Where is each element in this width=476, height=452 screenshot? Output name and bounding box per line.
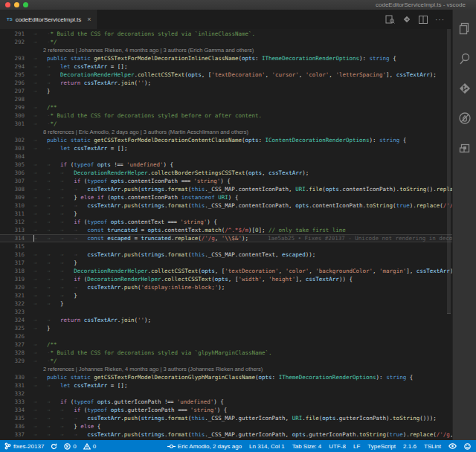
- language-text: TypeScript: [367, 443, 396, 450]
- tab-whitespace-marker: →: [47, 422, 60, 430]
- code-line[interactable]: 294→→let cssTextArr = [];: [0, 62, 452, 71]
- code-text: →→if (typeof opts.gutterIconPath !== 'un…: [33, 398, 452, 406]
- code-line[interactable]: 329→·*/: [0, 357, 452, 365]
- code-line[interactable]: 334→→→if (typeof opts.gutterIconPath ===…: [0, 406, 452, 414]
- code-line[interactable]: 293→public static getCSSTextForModelDeco…: [0, 54, 452, 62]
- feedback-button[interactable]: [464, 443, 471, 450]
- tab-codeeditorserviceimpl[interactable]: TS codeEditorServiceImpl.ts ×: [0, 10, 98, 29]
- code-line[interactable]: 295→→DecorationRenderHelper.collectCSSTe…: [0, 71, 452, 79]
- code-line[interactable]: 313→→→→const truncated = opts.contentTex…: [0, 226, 452, 234]
- code-text: →→→}: [33, 210, 452, 218]
- code-line[interactable]: 324→→return cssTextArr.join('');: [0, 316, 452, 324]
- code-line[interactable]: 302→public static getCSSTextForModelDeco…: [0, 136, 452, 144]
- code-line[interactable]: 332: [0, 390, 452, 398]
- language-status[interactable]: TypeScript: [367, 443, 396, 450]
- code-line[interactable]: 322→→}: [0, 300, 452, 308]
- preview-toggle-status[interactable]: [448, 443, 457, 449]
- code-line[interactable]: 325→}: [0, 324, 452, 332]
- code-line[interactable]: 304: [0, 152, 452, 161]
- code-line[interactable]: 335→→→→cssTextArr.push(strings.format(th…: [0, 414, 452, 422]
- branch-name: fixes-20137: [13, 443, 44, 450]
- activity-source-control-button[interactable]: [453, 74, 476, 103]
- open-changes-button[interactable]: [402, 15, 411, 24]
- code-line[interactable]: 327→/**: [0, 340, 452, 349]
- git-branch-status[interactable]: fixes-20137: [4, 442, 44, 450]
- code-line[interactable]: 333→→if (typeof opts.gutterIconPath !== …: [0, 398, 452, 406]
- errors-status[interactable]: 0: [64, 443, 76, 450]
- code-line[interactable]: 315: [0, 242, 452, 251]
- warnings-status[interactable]: 0: [83, 443, 96, 450]
- code-line[interactable]: 300→·* Build the CSS for decorations sty…: [0, 112, 452, 120]
- code-line[interactable]: 317→→→}: [0, 259, 452, 267]
- codelens-row[interactable]: 2 references | Johannes Rieken, 4 months…: [0, 46, 452, 54]
- activity-extensions-button[interactable]: [453, 133, 476, 163]
- zoom-window-button[interactable]: [23, 2, 28, 7]
- code-line[interactable]: 320→→→→cssTextArr.push('display:inline-b…: [0, 283, 452, 291]
- code-line[interactable]: 319→→→if (DecorationRenderHelper.collect…: [0, 275, 452, 283]
- tab-close-icon[interactable]: ×: [87, 16, 91, 23]
- code-line[interactable]: 298: [0, 95, 452, 103]
- code-line[interactable]: 297→}: [0, 87, 452, 95]
- encoding-status[interactable]: UTF-8: [329, 443, 346, 450]
- code-line[interactable]: 292→·*/: [0, 38, 452, 46]
- code-line[interactable]: 316→→→→cssTextArr.push(strings.format(th…: [0, 251, 452, 259]
- activity-debug-button[interactable]: [453, 103, 476, 133]
- tab-whitespace-marker: →: [60, 430, 74, 439]
- code-line[interactable]: 291→·* Build the CSS for decorations sty…: [0, 30, 452, 38]
- code-line[interactable]: 306→→→DecorationRenderHelper.collectBord…: [0, 169, 452, 177]
- code-line[interactable]: 299→/**: [0, 103, 452, 112]
- code-line[interactable]: 314→→→→const escaped = truncated.replace…: [0, 234, 452, 242]
- code-line[interactable]: 337→→→→cssTextArr.push(strings.format(th…: [0, 430, 452, 439]
- minimize-window-button[interactable]: [14, 2, 19, 7]
- code-line[interactable]: 301→·*/: [0, 120, 452, 128]
- code-line[interactable]: 321→→→}: [0, 291, 452, 300]
- code-line[interactable]: 318→→→DecorationRenderHelper.collectCSST…: [0, 267, 452, 275]
- tab-whitespace-marker: →: [33, 283, 47, 291]
- more-actions-button[interactable]: ···: [435, 16, 445, 24]
- tab-whitespace-marker: →: [47, 398, 60, 406]
- code-text: →→→→cssTextArr.push(strings.format(this.…: [33, 251, 452, 259]
- tab-size-status[interactable]: Tab Size: 4: [292, 443, 322, 450]
- code-line[interactable]: 331→→let cssTextArr = [];: [0, 381, 452, 390]
- code-text: →→→} else if (opts.contentIconPath insta…: [33, 193, 452, 201]
- sync-button[interactable]: [51, 443, 57, 450]
- activity-search-button[interactable]: [453, 44, 476, 74]
- code-line[interactable]: 311→→→}: [0, 210, 452, 218]
- cursor-position-status[interactable]: Ln 314, Col 1: [249, 443, 285, 450]
- codelens-row[interactable]: 2 references | Johannes Rieken, 4 months…: [0, 365, 452, 373]
- code-line[interactable]: 326: [0, 332, 452, 340]
- tab-whitespace-marker: →: [60, 185, 74, 193]
- code-line[interactable]: 328→·* Build the CSS for decorations sty…: [0, 349, 452, 357]
- open-preview-button[interactable]: [385, 15, 395, 24]
- tab-whitespace-marker: →: [47, 251, 60, 259]
- code-text: →→→→cssTextArr.push(strings.format(this.…: [33, 201, 452, 210]
- tab-whitespace-marker: →: [47, 161, 60, 169]
- code-line[interactable]: 309→→→} else if (opts.contentIconPath in…: [0, 193, 452, 201]
- tslint-status[interactable]: TSLint: [424, 443, 441, 450]
- codelens-row[interactable]: 8 references | Eric Amodio, 2 days ago |…: [0, 128, 452, 136]
- code-line[interactable]: 303→→let cssTextArr = [];: [0, 144, 452, 152]
- code-line[interactable]: 336→→→} else {: [0, 422, 452, 430]
- line-number: 298: [0, 95, 25, 103]
- code-line[interactable]: 330→public static getCSSTextForModelDeco…: [0, 373, 452, 381]
- tab-whitespace-marker: →: [60, 234, 74, 242]
- vertical-scrollbar[interactable]: [447, 29, 451, 314]
- code-line[interactable]: 296→→return cssTextArr.join('');: [0, 79, 452, 87]
- tab-size-text: Tab Size: 4: [292, 443, 322, 450]
- eol-status[interactable]: LF: [353, 443, 360, 450]
- code-line[interactable]: 307→→→if (typeof opts.contentIconPath ==…: [0, 177, 452, 185]
- tab-whitespace-marker: →: [47, 144, 60, 152]
- line-number: 322: [0, 300, 25, 308]
- blame-status[interactable]: Eric Amodio, 2 days ago: [167, 443, 242, 450]
- ts-version-status[interactable]: 2.1.6: [403, 443, 416, 450]
- code-line[interactable]: 323: [0, 308, 452, 316]
- line-number: 307: [0, 177, 25, 185]
- split-editor-button[interactable]: [419, 16, 428, 24]
- code-line[interactable]: 305→→if (typeof opts !== 'undefined') {: [0, 161, 452, 169]
- code-line[interactable]: 310→→→→cssTextArr.push(strings.format(th…: [0, 201, 452, 210]
- code-line[interactable]: 308→→→→cssTextArr.push(strings.format(th…: [0, 185, 452, 193]
- close-window-button[interactable]: [5, 2, 10, 7]
- activity-explorer-button[interactable]: [453, 14, 476, 44]
- code-line[interactable]: 312→→→if (typeof opts.contentText === 's…: [0, 218, 452, 226]
- line-number: 296: [0, 79, 25, 87]
